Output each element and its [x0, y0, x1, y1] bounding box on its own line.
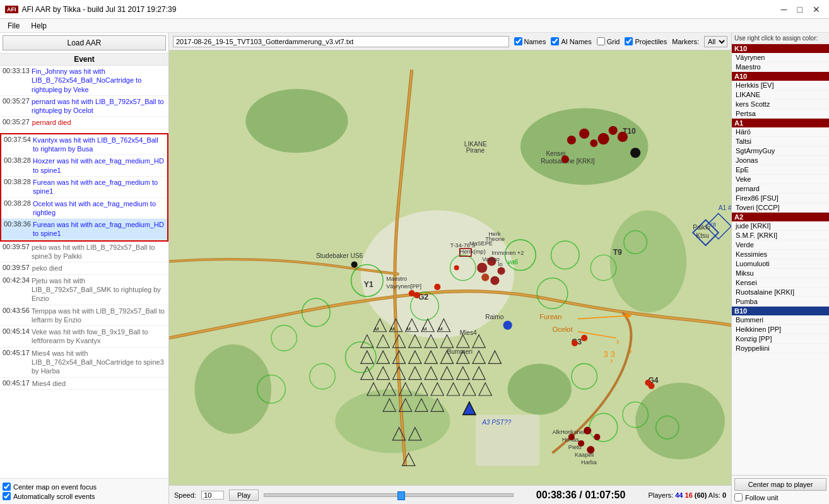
unit-item[interactable]: Härö: [732, 127, 829, 137]
unit-item[interactable]: Pumba: [732, 297, 829, 307]
event-row[interactable]: 00:37:54Kvantyx was hit with LIB_B_762x5…: [1, 134, 167, 156]
title-bar: AFI AFI AAR by Tikka - build Jul 31 2017…: [0, 0, 829, 19]
unit-item[interactable]: Maestro: [732, 62, 829, 72]
event-time: 00:45:17: [3, 349, 29, 376]
unit-item[interactable]: S.M.F. [KRKI]: [732, 231, 829, 240]
maximize-button[interactable]: □: [794, 4, 806, 15]
svg-point-148: [568, 434, 575, 440]
unit-item[interactable]: SgtArmyGuy: [732, 146, 829, 156]
unit-item[interactable]: Toveri [CCCP]: [732, 203, 829, 213]
unit-item[interactable]: Joonas: [732, 156, 829, 165]
unit-item[interactable]: Miksu: [732, 269, 829, 278]
file-path-input[interactable]: [173, 36, 509, 47]
unit-item[interactable]: Taltsi: [732, 137, 829, 146]
unit-item[interactable]: Veke: [732, 175, 829, 184]
unit-item[interactable]: Kessimies: [732, 250, 829, 259]
svg-point-97: [490, 276, 499, 285]
center-map-player-button[interactable]: Center map to player: [734, 478, 826, 491]
svg-point-7: [635, 383, 725, 460]
timeline-thumb[interactable]: [397, 491, 405, 500]
center-map-label[interactable]: Center map on event focus: [3, 483, 166, 491]
time-display: 00:38:36 / 01:07:50: [519, 489, 644, 501]
event-row[interactable]: 00:38:36Furean was hit with ace_frag_med…: [1, 219, 167, 240]
menu-help[interactable]: Help: [26, 20, 52, 32]
event-list[interactable]: 00:33:13Fin_Johnny was hit with LIB_B_76…: [0, 66, 168, 478]
event-row[interactable]: 00:35:27pernard was hit with LIB_B_792x5…: [0, 96, 168, 117]
grid-checkbox-label[interactable]: Grid: [597, 37, 620, 45]
left-panel: Load AAR Event 00:33:13Fin_Johnny was hi…: [0, 33, 169, 504]
unit-item[interactable]: Konzig [PP]: [732, 334, 829, 344]
event-time: 00:39:57: [3, 264, 30, 273]
unit-item[interactable]: Verde: [732, 240, 829, 250]
unit-list[interactable]: K10VäyrynenMaestroA10Herkkis [EV]LIKANEk…: [732, 44, 829, 475]
unit-item[interactable]: Kensei: [732, 278, 829, 288]
speed-input[interactable]: [201, 491, 224, 500]
minimize-button[interactable]: ─: [777, 4, 791, 15]
unit-group-B10[interactable]: B10: [732, 307, 829, 315]
follow-unit-checkbox[interactable]: [734, 493, 743, 501]
auto-scroll-label[interactable]: Automatically scroll events: [3, 492, 166, 500]
load-aar-button[interactable]: Load AAR: [3, 35, 166, 50]
svg-point-5: [195, 344, 272, 434]
bottom-checks: Center map on event focus Automatically …: [0, 478, 168, 504]
unit-item[interactable]: Heikkinen [PP]: [732, 325, 829, 334]
unit-group-K10[interactable]: K10: [732, 44, 829, 53]
event-row[interactable]: 00:35:27pernard died: [0, 117, 168, 129]
event-row[interactable]: 00:43:56Temppa was hit with LIB_B_792x57…: [0, 305, 168, 327]
svg-point-140: [597, 133, 609, 144]
timeline-track[interactable]: [264, 493, 513, 497]
timeline-container[interactable]: [264, 490, 513, 500]
unit-item[interactable]: jude [KRKI]: [732, 221, 829, 231]
event-text: Hoxzer was hit with ace_frag_medium_HD t…: [33, 156, 165, 175]
unit-item[interactable]: Ruotsalaine [KRKI]: [732, 288, 829, 297]
unit-item[interactable]: Bummeri: [732, 315, 829, 325]
projectiles-checkbox-label[interactable]: Projectiles: [625, 37, 667, 45]
close-button[interactable]: ✕: [809, 4, 824, 15]
svg-text:lo: lo: [498, 261, 502, 267]
unit-item[interactable]: LIKANE: [732, 90, 829, 100]
names-checkbox[interactable]: [514, 37, 522, 45]
svg-text:Herk: Herk: [488, 231, 501, 237]
play-button[interactable]: Play: [229, 489, 259, 501]
unit-item[interactable]: pernard: [732, 184, 829, 194]
event-time: 00:45:17: [3, 379, 30, 388]
event-text: Veke was hit with fow_B_9x19_Ball to lef…: [32, 327, 166, 346]
grid-checkbox[interactable]: [597, 37, 605, 45]
markers-select[interactable]: All: [704, 36, 727, 47]
event-row[interactable]: 00:38:28Furean was hit with ace_frag_med…: [1, 177, 167, 198]
unit-item[interactable]: Firex86 [FSU]: [732, 194, 829, 203]
unit-group-A2[interactable]: A2: [732, 213, 829, 221]
svg-text:Raimo: Raimo: [485, 314, 504, 320]
unit-item[interactable]: Herkkis [EV]: [732, 81, 829, 90]
unit-group-A1[interactable]: A1: [732, 119, 829, 127]
event-text: pernard was hit with LIB_B_792x57_Ball t…: [32, 97, 166, 115]
menu-file[interactable]: File: [3, 20, 25, 32]
svg-text:Ocelot: Ocelot: [552, 325, 573, 333]
event-row[interactable]: 00:33:13Fin_Johnny was hit with LIB_B_76…: [0, 66, 168, 96]
unit-item[interactable]: EpE: [732, 165, 829, 175]
ai-names-checkbox[interactable]: [551, 37, 559, 45]
event-row[interactable]: 00:38:28Ocelot was hit with ace_frag_med…: [1, 198, 167, 220]
event-row[interactable]: 00:39:57peko died: [0, 262, 168, 274]
unit-item[interactable]: Royppeliini: [732, 344, 829, 353]
event-row[interactable]: 00:45:17Mies4 died: [0, 378, 168, 390]
center-map-checkbox[interactable]: [3, 483, 11, 491]
svg-text:Y8: Y8: [709, 221, 716, 228]
names-checkbox-label[interactable]: Names: [514, 37, 546, 45]
map-area[interactable]: T10 T9 Y1 G2 G3 G4 Y2 A1 #2 Y8 Y53 OpEl …: [169, 50, 731, 485]
svg-text:Pirane: Pirane: [466, 147, 485, 154]
svg-point-125: [503, 321, 512, 330]
unit-group-A10[interactable]: A10: [732, 72, 829, 81]
unit-item[interactable]: Luomuluoti: [732, 259, 829, 269]
event-row[interactable]: 00:42:34Pjetu was hit with LIB_B_792x57_…: [0, 275, 168, 305]
ai-names-checkbox-label[interactable]: AI Names: [551, 37, 591, 45]
event-row[interactable]: 00:45:17Mies4 was hit with LIB_B_762x54_…: [0, 348, 168, 378]
unit-item[interactable]: Väyrynen: [732, 53, 829, 62]
projectiles-checkbox[interactable]: [625, 37, 633, 45]
event-row[interactable]: 00:45:14Veke was hit with fow_B_9x19_Bal…: [0, 326, 168, 348]
unit-item[interactable]: Pertsa: [732, 109, 829, 119]
auto-scroll-checkbox[interactable]: [3, 492, 11, 500]
unit-item[interactable]: kers Scottz: [732, 100, 829, 109]
event-row[interactable]: 00:38:28Hoxzer was hit with ace_frag_med…: [1, 155, 167, 177]
event-row[interactable]: 00:39:57peko was hit with LIB_B_792x57_B…: [0, 242, 168, 263]
